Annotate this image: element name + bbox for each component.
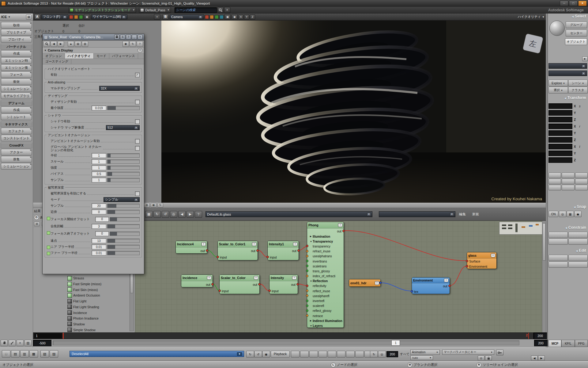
animation-divot-icon[interactable] <box>47 217 50 220</box>
layout-icon[interactable]: ▥ <box>82 41 88 47</box>
focus-start-offset-slider[interactable] <box>110 217 140 221</box>
ice-toolbar-button[interactable]: エミッション後 <box>1 64 32 71</box>
menu-item[interactable] <box>7 8 12 12</box>
range-end-field[interactable]: 200 <box>533 332 547 339</box>
nav-forward-icon[interactable]: ▶ <box>187 211 194 218</box>
input-port[interactable] <box>306 285 308 287</box>
node-menu-icon[interactable]: ≡ <box>292 276 296 280</box>
axis-x-toggle[interactable]: X <box>238 14 243 20</box>
ice-toolbar-button[interactable]: 群集 <box>1 156 32 163</box>
bias-field[interactable]: 0.5 <box>92 171 106 176</box>
out-port[interactable] <box>206 249 208 252</box>
environment-port[interactable] <box>466 265 468 267</box>
ice-toolbar-button[interactable]: アクター <box>1 149 32 155</box>
ppg-close-icon[interactable]: × <box>138 35 143 40</box>
node-menu-icon[interactable]: ≡ <box>444 278 448 282</box>
shader-category-item[interactable] <box>33 304 67 309</box>
out-port[interactable] <box>379 282 382 284</box>
transform-tool-button[interactable]: t <box>577 145 582 148</box>
loop-icon[interactable]: ↻ <box>246 351 254 358</box>
node-scalar-to-color1[interactable]: Scalar_to_Color1≡ out input <box>217 241 258 260</box>
input-port[interactable] <box>306 314 308 317</box>
expand-icon[interactable]: ◀ <box>576 250 578 252</box>
phong-port-row[interactable]: notrace <box>307 313 344 318</box>
ice-toolbar-button[interactable]: キネマティクス <box>1 121 32 127</box>
ice-toolbar-button[interactable]: 衝突 <box>1 79 32 85</box>
focus-start-offset-field[interactable]: 0 <box>95 217 109 222</box>
animation-divot-icon[interactable] <box>47 231 50 235</box>
phong-port-row[interactable]: ▼ Transparency <box>307 239 344 244</box>
memo-cam-b-icon[interactable] <box>74 15 78 19</box>
target-icon[interactable]: ◎ <box>478 355 484 361</box>
shader-list-item[interactable]: Incidence <box>67 310 129 316</box>
ice-toolbar-button[interactable]: エミッション時 <box>1 57 32 64</box>
shadow-checkbox[interactable] <box>135 119 140 124</box>
node-intensity1[interactable]: Intensity1≡ out input <box>267 241 299 260</box>
input-port[interactable] <box>217 256 219 258</box>
viewport-b-camera-select[interactable]: Camera▼ <box>170 14 204 19</box>
pen-tool-icon[interactable] <box>9 340 16 346</box>
scene-button[interactable]: シーン▼ <box>568 80 588 86</box>
minimize-button[interactable]: ─ <box>560 1 568 6</box>
surface-port[interactable] <box>466 260 468 262</box>
constrain-button[interactable] <box>548 232 568 238</box>
range-start-field[interactable]: -500 <box>33 340 51 346</box>
viewport-a-close-icon[interactable]: × <box>154 14 160 20</box>
phong-port-row[interactable]: ▼ Reflection <box>307 279 344 284</box>
bounce-icon[interactable]: ↺ <box>254 351 262 358</box>
menu-item[interactable] <box>2 8 7 12</box>
toolbar-mode-tab[interactable] <box>61 8 66 12</box>
ice-toolbar-button[interactable]: シミュレート <box>1 114 32 120</box>
range-end-line[interactable] <box>528 333 529 339</box>
ice-toolbar-button[interactable]: 取得 <box>1 22 32 29</box>
selection-button[interactable]: 選択▼ <box>548 87 568 94</box>
out-port[interactable] <box>448 285 451 287</box>
ice-toolbar-button[interactable]: コンストレイント <box>1 135 32 141</box>
range-slider[interactable] <box>53 340 519 345</box>
snap-point-icon[interactable]: ◆ <box>574 211 582 217</box>
input-port[interactable] <box>306 265 308 267</box>
memo-cam-a-icon[interactable] <box>205 15 209 19</box>
shader-category-item[interactable] <box>33 286 67 292</box>
input-port[interactable] <box>268 289 271 292</box>
expand-icon[interactable]: ◀ <box>565 227 567 229</box>
input-port[interactable] <box>306 309 308 312</box>
explore-button[interactable]: Explore▼ <box>548 80 568 86</box>
menu-item[interactable] <box>17 8 21 12</box>
phong-port-row[interactable]: reflectivity <box>307 284 344 289</box>
tab-ghosting[interactable]: ゴースティング <box>43 59 71 64</box>
transform-cog-button[interactable] <box>548 185 561 190</box>
input-port[interactable] <box>306 260 308 262</box>
ice-toolbar-button[interactable]: CrowdFX <box>1 143 32 148</box>
focus-distance-field[interactable]: 3 <box>92 224 106 229</box>
edit-button[interactable] <box>568 262 588 268</box>
node-incidence4[interactable]: Incidence4≡ out <box>175 241 207 254</box>
rendertree-vertical-scrollbar[interactable] <box>542 221 546 332</box>
node-menu-icon[interactable]: ≡ <box>252 242 256 246</box>
transform-value-field[interactable] <box>548 137 572 143</box>
transform-ref-button[interactable] <box>548 179 561 184</box>
focus-end-offset-slider[interactable] <box>110 232 140 236</box>
selection-filter-select[interactable]: ▼ <box>548 63 587 69</box>
layout-single-icon[interactable]: □ <box>2 350 10 358</box>
lock-icon[interactable] <box>114 35 119 40</box>
ice-toolbar-button[interactable]: プロパティ <box>1 36 32 43</box>
out-port[interactable] <box>258 283 261 286</box>
node-menu-icon[interactable]: ≡ <box>338 223 342 227</box>
phong-port-row[interactable]: ▼ Layers <box>307 323 344 328</box>
radius-slider[interactable] <box>107 153 140 158</box>
layout-quad-icon[interactable]: ▦ <box>29 350 38 358</box>
node-phong[interactable]: Phong≡ out ▶ Illumination ▼ Transparency… <box>307 222 344 328</box>
phong-port-row[interactable]: index_of_refracti <box>307 274 344 279</box>
node-menu-icon[interactable]: ≡ <box>293 242 297 246</box>
far-blur-radius-field[interactable]: 0.01 <box>92 251 106 255</box>
transport-button[interactable] <box>291 351 300 358</box>
delete-tool-icon[interactable]: × <box>17 340 24 346</box>
strength-field[interactable]: 1 <box>92 165 106 170</box>
input-port[interactable] <box>306 305 308 307</box>
help-icon[interactable]: ? <box>137 41 143 47</box>
toolbar-mode-tab[interactable] <box>36 8 40 12</box>
axis-z-toggle[interactable]: Z <box>250 14 255 20</box>
input-port[interactable] <box>306 250 308 252</box>
help-icon[interactable]: ? <box>126 35 131 40</box>
